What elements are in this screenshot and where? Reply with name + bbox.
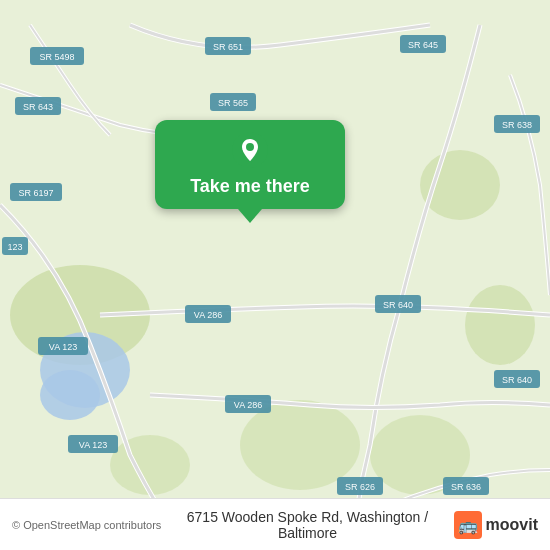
svg-text:SR 565: SR 565 (218, 98, 248, 108)
location-popup[interactable]: Take me there (155, 120, 345, 223)
svg-text:SR 651: SR 651 (213, 42, 243, 52)
svg-text:SR 640: SR 640 (502, 375, 532, 385)
svg-text:VA 286: VA 286 (234, 400, 262, 410)
svg-text:SR 638: SR 638 (502, 120, 532, 130)
moovit-logo[interactable]: 🚌 moovit (454, 511, 538, 539)
svg-text:VA 123: VA 123 (49, 342, 77, 352)
svg-text:SR 640: SR 640 (383, 300, 413, 310)
svg-text:🚌: 🚌 (458, 516, 478, 535)
svg-point-42 (246, 143, 254, 151)
copyright-text: © OpenStreetMap contributors (12, 519, 161, 531)
svg-text:SR 626: SR 626 (345, 482, 375, 492)
popup-label: Take me there (190, 176, 310, 197)
svg-point-6 (110, 435, 190, 495)
bottom-bar: © OpenStreetMap contributors 6715 Wooden… (0, 498, 550, 550)
svg-text:SR 5498: SR 5498 (39, 52, 74, 62)
svg-point-3 (465, 285, 535, 365)
svg-text:SR 643: SR 643 (23, 102, 53, 112)
svg-text:123: 123 (7, 242, 22, 252)
map-svg: SR 5498 SR 651 SR 645 SR 643 SR 565 SR 6… (0, 0, 550, 550)
popup-tail (238, 209, 262, 223)
svg-text:SR 6197: SR 6197 (18, 188, 53, 198)
moovit-bus-icon: 🚌 (454, 511, 482, 539)
popup-bubble[interactable]: Take me there (155, 120, 345, 209)
map-container: SR 5498 SR 651 SR 645 SR 643 SR 565 SR 6… (0, 0, 550, 550)
svg-text:SR 645: SR 645 (408, 40, 438, 50)
location-pin-icon (232, 132, 268, 168)
moovit-text: moovit (486, 516, 538, 534)
svg-point-8 (40, 370, 100, 420)
svg-point-4 (240, 400, 360, 490)
svg-text:VA 286: VA 286 (194, 310, 222, 320)
svg-text:SR 636: SR 636 (451, 482, 481, 492)
svg-text:VA 123: VA 123 (79, 440, 107, 450)
address-text: 6715 Wooden Spoke Rd, Washington / Balti… (161, 509, 453, 541)
